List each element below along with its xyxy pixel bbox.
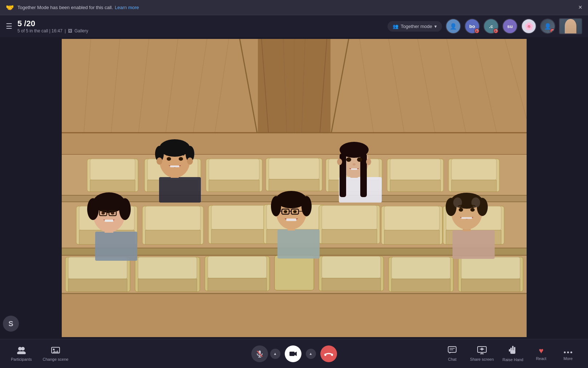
- svg-rect-80: [138, 257, 197, 279]
- svg-rect-134: [351, 168, 357, 170]
- svg-rect-81: [138, 279, 197, 292]
- change-scene-label: Change scene: [42, 357, 68, 361]
- svg-point-131: [346, 157, 351, 162]
- avatar-label-c: .c: [489, 24, 493, 29]
- svg-point-118: [157, 157, 162, 165]
- together-mode-label: Together mode: [401, 24, 432, 29]
- svg-point-120: [167, 157, 171, 161]
- camera-button[interactable]: [285, 345, 301, 362]
- react-button[interactable]: ♥ React: [532, 347, 550, 361]
- header-bar: ☰ 5 /20 5 of 5 in the call | 16:47 | 🖼 G…: [0, 15, 588, 37]
- svg-rect-174: [448, 347, 456, 352]
- close-notification-button[interactable]: ×: [578, 4, 582, 11]
- call-fraction: 5 /20: [17, 19, 88, 28]
- svg-marker-4: [331, 39, 527, 137]
- toolbar-left: Participants Change scene: [11, 346, 68, 361]
- main-content: [0, 37, 588, 339]
- svg-point-115: [159, 139, 190, 157]
- svg-point-140: [301, 196, 312, 216]
- mic-chevron-button[interactable]: ▲: [270, 349, 280, 359]
- more-icon: [564, 347, 572, 355]
- raise-hand-button[interactable]: Raise Hand: [503, 346, 523, 362]
- end-call-button[interactable]: [320, 345, 337, 362]
- gallery-label[interactable]: Gallery: [74, 28, 88, 33]
- svg-rect-94: [392, 279, 450, 292]
- svg-rect-88: [275, 256, 314, 290]
- mute-indicator-user: 🎤: [550, 28, 555, 33]
- svg-rect-112: [159, 177, 201, 203]
- svg-rect-84: [208, 278, 267, 291]
- camera-chevron-button[interactable]: ▲: [306, 349, 316, 359]
- svg-marker-3: [62, 39, 258, 137]
- participant-thumbnail-last[interactable]: [559, 18, 582, 34]
- svg-rect-96: [461, 257, 520, 279]
- chat-label: Chat: [448, 357, 456, 361]
- svg-point-156: [471, 197, 480, 208]
- change-scene-button[interactable]: Change scene: [42, 346, 68, 361]
- svg-rect-47: [451, 159, 496, 180]
- together-mode-icon-btn: 👥: [393, 24, 398, 29]
- notification-text: Together Mode has been enabled for this …: [17, 5, 113, 10]
- share-screen-icon: [477, 346, 487, 356]
- more-button[interactable]: More: [559, 347, 577, 361]
- svg-rect-189: [510, 350, 515, 354]
- react-icon: ♥: [539, 347, 543, 355]
- call-subtitle: 5 of 5 in the call | 16:47: [17, 28, 62, 33]
- svg-rect-65: [322, 205, 377, 229]
- svg-rect-159: [461, 217, 472, 219]
- svg-point-147: [293, 210, 297, 213]
- svg-point-109: [101, 212, 105, 215]
- avatar-label-su: su: [507, 24, 512, 29]
- mute-indicator-c: 🎤: [493, 28, 498, 33]
- participant-avatar-flower[interactable]: 🌸: [521, 19, 536, 34]
- svg-rect-30: [90, 180, 135, 192]
- svg-rect-97: [461, 279, 520, 292]
- svg-rect-148: [286, 219, 296, 221]
- svg-rect-111: [105, 220, 113, 222]
- svg-point-191: [567, 351, 569, 353]
- svg-rect-122: [170, 165, 179, 167]
- theater-container: [62, 39, 527, 337]
- svg-point-133: [353, 163, 356, 165]
- participants-button[interactable]: Participants: [11, 346, 32, 361]
- together-mode-button[interactable]: 👥 Together mode ▾: [388, 21, 442, 32]
- svg-rect-38: [269, 158, 319, 179]
- svg-rect-68: [384, 206, 439, 230]
- participant-avatar-bo[interactable]: bo 🎤: [465, 19, 480, 34]
- mute-indicator-bo: 🎤: [474, 28, 479, 33]
- participant-avatar-user[interactable]: 👤 🎤: [540, 19, 555, 34]
- chat-button[interactable]: Chat: [443, 346, 461, 361]
- share-screen-button[interactable]: Share screen: [470, 346, 494, 361]
- participant-avatar-c[interactable]: .c 🎤: [483, 19, 499, 34]
- svg-rect-36: [209, 180, 259, 192]
- hamburger-menu-icon[interactable]: ☰: [6, 22, 12, 31]
- mic-button[interactable]: [251, 345, 268, 362]
- avatar-label-bo: bo: [469, 24, 475, 29]
- skype-s-icon[interactable]: S: [3, 316, 19, 332]
- add-participant-button[interactable]: 👤: [446, 19, 461, 34]
- notification-bar: 🤝 Together Mode has been enabled for thi…: [0, 0, 588, 15]
- svg-rect-170: [289, 352, 295, 356]
- svg-point-146: [284, 210, 287, 213]
- toolbar-center: ▲ ▲: [251, 345, 337, 362]
- svg-rect-44: [390, 159, 441, 180]
- svg-rect-185: [512, 346, 514, 351]
- svg-rect-56: [145, 206, 200, 230]
- call-info: 5 /20 5 of 5 in the call | 16:47 | 🖼 Gal…: [17, 19, 88, 33]
- svg-rect-91: [322, 278, 381, 291]
- theater-background: [62, 39, 527, 337]
- svg-rect-83: [208, 256, 267, 278]
- svg-rect-45: [390, 180, 441, 192]
- svg-rect-57: [145, 230, 200, 244]
- svg-point-130: [366, 159, 371, 165]
- skype-sidebar: S: [0, 37, 22, 339]
- participant-avatar-su[interactable]: su: [502, 19, 518, 34]
- svg-marker-171: [295, 352, 297, 356]
- camera-chevron-icon: ▲: [309, 352, 313, 356]
- svg-rect-78: [68, 279, 127, 292]
- svg-point-139: [271, 196, 281, 216]
- chat-icon: [448, 346, 457, 356]
- svg-rect-135: [277, 229, 320, 259]
- raise-hand-label: Raise Hand: [503, 357, 523, 362]
- learn-more-link[interactable]: Learn more: [115, 5, 139, 10]
